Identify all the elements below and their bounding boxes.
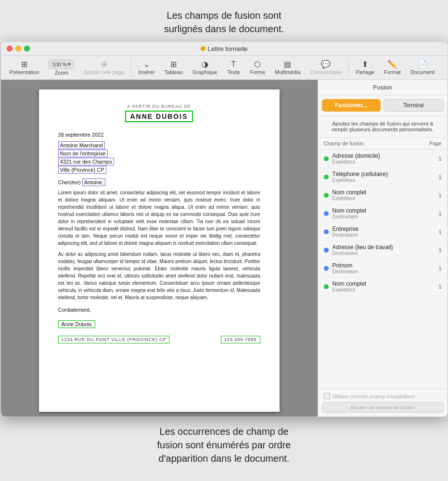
share-button[interactable]: ⬆ Partage: [351, 59, 379, 77]
field-sub: Expéditeur: [333, 159, 435, 165]
chevron-down-icon: ▾: [68, 61, 71, 67]
body-paragraph-2: Ac dolor ac adipiscing amet bibendum nul…: [58, 251, 260, 301]
address-block: Antoine Marchand Nom de l'entreprise 432…: [58, 141, 260, 174]
field-info: Téléphone (cellulaire) Expéditeur: [333, 171, 435, 183]
field-dot: [324, 193, 329, 198]
field-page: 1: [438, 247, 441, 253]
use-sender-checkbox[interactable]: [324, 393, 330, 399]
text-button[interactable]: T Texte: [222, 59, 245, 77]
addr-line-4: Ville (Province) CP: [58, 166, 106, 174]
field-info: Entreprise Destinataire: [333, 226, 435, 238]
annotation-bottom: Les occurrences de champ de fusion sont …: [119, 417, 330, 475]
merge-field-item[interactable]: Nom complet Destinataire 1: [318, 204, 448, 223]
field-name: Adresse (domicile): [333, 152, 435, 159]
zoom-button[interactable]: 100 % ▾ Zoom: [44, 58, 79, 77]
signature-area: Anne Dubois: [58, 316, 260, 328]
salutation-name-field: Antoine,: [82, 178, 105, 186]
field-dot: [324, 284, 329, 289]
field-sub: Destinataire: [333, 232, 435, 238]
termine-button[interactable]: Terminé: [384, 99, 444, 112]
add-field-button[interactable]: Ajouter un champ de fusion: [322, 402, 444, 413]
merge-field-item[interactable]: Adresse (lieu de travail) Destinataire 1: [318, 241, 448, 259]
merge-field-item[interactable]: Nom complet Expéditeur 1: [318, 278, 448, 296]
graphic-button[interactable]: ◑ Graphique: [188, 59, 222, 77]
comment-button[interactable]: 💬 Commentaire: [305, 59, 346, 77]
field-info: Nom complet Expéditeur: [333, 280, 435, 292]
field-name: Nom complet: [333, 280, 435, 287]
minimize-button[interactable]: [15, 46, 21, 51]
addr-line-2: Nom de l'entreprise: [58, 150, 108, 157]
toolbar-separator: [131, 59, 131, 76]
footer-address: 1234 rue du pont Ville (province) CP: [58, 336, 170, 343]
main-area: À partir du bureau de Anne Dubois 28 sep…: [1, 80, 448, 417]
field-name: Prénom: [333, 262, 435, 269]
fusionner-button[interactable]: Fusionner...: [322, 99, 381, 112]
document-button[interactable]: 📄 Document: [406, 59, 439, 77]
page: À partir du bureau de Anne Dubois 28 sep…: [39, 89, 280, 412]
field-dot: [324, 229, 329, 234]
unsaved-dot: [200, 46, 205, 51]
merge-fields-list: Adresse (domicile) Expéditeur 1 Téléphon…: [318, 150, 448, 389]
closing: Cordialement,: [58, 307, 260, 313]
sender-name-field: Anne Dubois: [125, 111, 192, 122]
presentation-button[interactable]: ⊞ Présentation: [5, 59, 44, 77]
field-page: 1: [438, 174, 441, 180]
field-dot: [324, 175, 329, 179]
app-window: Lettre formelle ⊞ Présentation 100 % ▾ Z…: [0, 41, 448, 417]
field-sub: Destinataire: [333, 214, 435, 219]
multimedia-button[interactable]: ▤ Multimédia: [270, 59, 305, 77]
merge-field-item[interactable]: Entreprise Destinataire 1: [318, 223, 448, 241]
insert-button[interactable]: ⌄ Insérer: [133, 59, 159, 77]
field-sub: Expéditeur: [333, 287, 435, 292]
field-name: Nom complet: [333, 189, 435, 196]
field-page: 1: [438, 229, 441, 235]
sidebar-title: Fusion: [318, 80, 448, 95]
shape-button[interactable]: ⬡ Forme: [245, 59, 270, 77]
use-sender-label: Utiliser comme champ d'expéditeur: [333, 393, 415, 399]
shape-icon: ⬡: [254, 61, 261, 68]
field-info: Adresse (domicile) Expéditeur: [333, 152, 435, 165]
addr-line-1: Antoine Marchand: [58, 141, 105, 149]
sidebar-description: Ajoutez les champs de fusion qui servent…: [318, 116, 448, 138]
text-icon: T: [231, 61, 236, 68]
field-info: Nom complet Expéditeur: [333, 189, 435, 201]
merge-field-item[interactable]: Téléphone (cellulaire) Expéditeur 1: [318, 168, 448, 186]
share-icon: ⬆: [362, 61, 368, 68]
sidebar-buttons: Fusionner... Terminé: [318, 95, 448, 116]
field-name: Téléphone (cellulaire): [333, 171, 435, 177]
page-header: À partir du bureau de Anne Dubois: [58, 104, 260, 122]
field-name: Adresse (lieu de travail): [333, 244, 435, 251]
salutation: Cher(ère) Antoine,: [58, 179, 260, 185]
signature-field: Anne Dubois: [58, 320, 95, 328]
add-page-icon: ⊕: [101, 61, 107, 68]
add-page-button[interactable]: ⊕ Ajouter une page: [79, 59, 129, 77]
merge-field-item[interactable]: Adresse (domicile) Expéditeur 1: [318, 150, 448, 168]
field-sub: Destinataire: [333, 269, 435, 274]
field-sub: Destinataire: [333, 251, 435, 256]
maximize-button[interactable]: [24, 46, 30, 51]
field-dot: [324, 266, 329, 271]
date-line: 28 septembre 2022: [58, 132, 260, 138]
footer-phone: 123 456-7890: [221, 336, 260, 343]
field-sub: Expéditeur: [333, 177, 435, 183]
sidebar-footer: Utiliser comme champ d'expéditeur Ajoute…: [318, 389, 448, 417]
body-paragraph-1: Lorem ipsum dolor sit amet, consectetur …: [58, 189, 260, 247]
table-button[interactable]: ⊞ Tableau: [160, 59, 188, 77]
field-page: 1: [438, 192, 441, 198]
field-name: Nom complet: [333, 207, 435, 214]
comment-icon: 💬: [321, 61, 331, 68]
window-title: Lettre formelle: [200, 45, 247, 52]
format-icon: ✏️: [387, 61, 397, 68]
traffic-lights: [7, 46, 30, 51]
graphic-icon: ◑: [202, 61, 208, 68]
document-area: À partir du bureau de Anne Dubois 28 sep…: [1, 80, 318, 417]
close-button[interactable]: [7, 46, 13, 51]
field-name: Entreprise: [333, 226, 435, 232]
toolbar-separator-2: [348, 59, 349, 76]
field-sub: Expéditeur: [333, 196, 435, 201]
format-button[interactable]: ✏️ Format: [379, 59, 406, 77]
field-dot: [324, 211, 329, 216]
table-icon: ⊞: [170, 61, 177, 68]
merge-field-item[interactable]: Nom complet Expéditeur 1: [318, 186, 448, 204]
merge-field-item[interactable]: Prénom Destinataire 1: [318, 259, 448, 278]
